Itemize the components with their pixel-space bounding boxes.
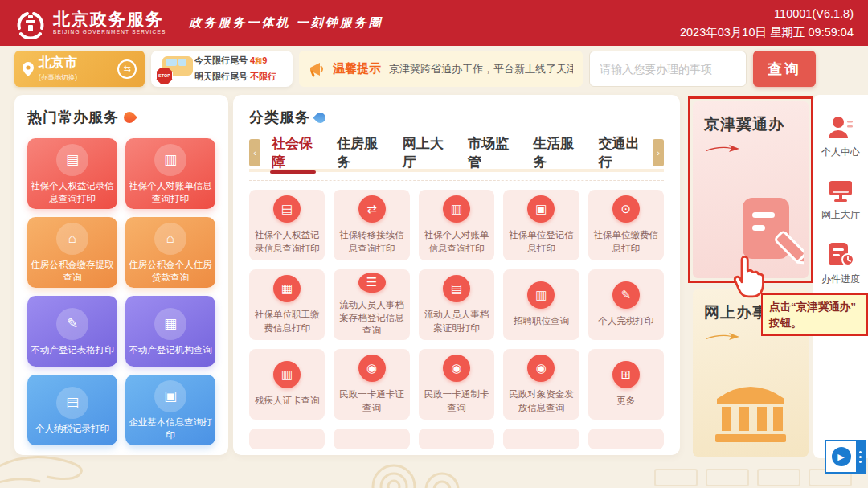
service-card[interactable]: ▤ 流动人员人事档案证明打印 [419, 269, 494, 340]
cropped-card [419, 429, 494, 449]
traffic-text: 今天限行尾号 4和9 明天限行尾号 不限行 [194, 53, 276, 85]
hot-tiles-grid: ▤ 社保个人权益记录信息查询打印 ▥ 社保个人对账单信息查询打印 ⌂ 住房公积金… [27, 138, 215, 445]
jingjinji-tongban-button[interactable]: 京津冀通办 [693, 101, 809, 278]
divider [178, 12, 178, 35]
bus-illustration-icon: STOP [156, 55, 194, 84]
hot-tile[interactable]: ▤ 社保个人权益记录信息查询打印 [27, 138, 117, 209]
today-number-2: 9 [262, 55, 267, 65]
archive-icon: ☰ [358, 273, 386, 293]
payroll-icon: ▦ [273, 275, 301, 302]
service-card[interactable]: ▥ 残疾人证卡查询 [249, 349, 325, 420]
location-pin-icon [23, 62, 34, 76]
progress-clock-icon [827, 241, 854, 267]
service-card[interactable]: ⊙ 社保单位缴费信息打印 [588, 190, 664, 260]
header-meta: 110001(V6.1.8) 2023年03月10日 星期五 09:59:04 [680, 5, 854, 41]
sidebar-item-progress[interactable]: 办件进度 [821, 241, 860, 286]
terminal-id: 110001(V6.1.8) [680, 5, 854, 23]
hand-cursor-icon [727, 254, 768, 299]
hot-services-title: 热门常办服务 [27, 108, 119, 127]
cropped-card [588, 429, 664, 449]
more-icon: ⊞ [612, 361, 640, 388]
tax-record-icon: ▤ [56, 387, 88, 419]
service-card[interactable]: ▥ 招聘职位查询 [503, 269, 579, 340]
location-city: 北京市 [39, 55, 77, 72]
hot-tile[interactable]: ⌂ 住房公积金缴存提取查询 [27, 217, 117, 288]
arrow-right-icon [704, 331, 739, 341]
hot-tile[interactable]: ▣ 企业基本信息查询打印 [125, 375, 215, 445]
megaphone-icon [309, 60, 326, 78]
tab-social-security[interactable]: 社会保障 [260, 135, 326, 170]
service-card[interactable]: ▣ 社保单位登记信息打印 [503, 190, 579, 260]
search-input[interactable] [589, 51, 747, 87]
traffic-tomorrow: 明天限行尾号 不限行 [194, 69, 276, 85]
hot-tile[interactable]: ▦ 不动产登记机构查询 [125, 296, 215, 367]
header-slogan: 政务服务一体机 一刻钟服务圈 [190, 15, 383, 31]
service-card[interactable]: ⇄ 社保转移接续信息查询打印 [334, 190, 409, 260]
services-grid: ▤ 社保个人权益记录信息查询打印 ⇄ 社保转移接续信息查询打印 ▥ 社保个人对账… [249, 190, 664, 449]
hot-tile[interactable]: ▥ 社保个人对账单信息查询打印 [125, 138, 215, 209]
brand-text: 北京政务服务 BEIJING GOVERNMENT SERVICES [53, 10, 166, 35]
service-card[interactable]: ☰ 流动人员人事档案存档登记信息查询 [334, 269, 409, 340]
cert-print-icon: ▤ [443, 275, 470, 302]
notice-label: 温馨提示 [333, 61, 381, 76]
top-header: 北京政务服务 BEIJING GOVERNMENT SERVICES 政务服务一… [0, 0, 868, 46]
jjj-title: 京津冀通办 [704, 114, 797, 135]
house-loan-icon: ⌂ [154, 223, 186, 255]
assistant-tab[interactable] [856, 441, 865, 472]
dashed-separator [249, 180, 664, 181]
service-card[interactable]: ◉ 民政对象资金发放信息查询 [503, 349, 579, 420]
more-services-card[interactable]: ⊞ 更多 [588, 349, 664, 420]
sidebar-item-online-hall[interactable]: 网上大厅 [821, 178, 860, 222]
card-make-icon: ◉ [443, 355, 470, 382]
kiosk-screen: 北京政务服务 BEIJING GOVERNMENT SERVICES 政务服务一… [0, 0, 868, 488]
city-outline-decoration [654, 469, 852, 486]
printer-icon: ▤ [56, 144, 88, 176]
cropped-card [334, 429, 409, 449]
notice-marquee: 温馨提示 京津冀跨省通办工作，平台新上线了天津社 [299, 51, 583, 87]
card-query-icon: ◉ [358, 355, 386, 382]
house-fund-icon: ⌂ [56, 223, 88, 255]
service-card[interactable]: ▦ 社保单位职工缴费信息打印 [249, 269, 325, 340]
statement-icon: ▥ [154, 144, 186, 176]
tab-market-regulation[interactable]: 市场监管 [457, 135, 522, 170]
tab-transport[interactable]: 交通出行 [588, 135, 653, 170]
brand-subtitle: BEIJING GOVERNMENT SERVICES [53, 30, 166, 35]
category-tabs: ‹ 社会保障 住房服务 网上大厅 市场监管 生活服务 交通出行 › [249, 137, 664, 172]
tab-online-hall[interactable]: 网上大厅 [391, 135, 457, 170]
hot-tile[interactable]: ▤ 个人纳税记录打印 [27, 375, 117, 445]
service-card[interactable]: ✎ 个人完税打印 [588, 269, 664, 340]
brand-title: 北京政务服务 [53, 10, 166, 27]
service-card[interactable]: ◉ 民政一卡通制卡查询 [419, 349, 494, 420]
tax-print-icon: ✎ [612, 281, 640, 309]
traffic-today: 今天限行尾号 4和9 [194, 53, 276, 69]
tab-life-services[interactable]: 生活服务 [522, 135, 587, 170]
cloud-pattern-decoration [346, 454, 506, 488]
annotation-tooltip: 点击“京津冀通办”按钮。 [761, 293, 868, 336]
switch-location-icon[interactable]: ⇆ [117, 59, 137, 79]
tabs-scroll-right-icon[interactable]: › [653, 139, 664, 166]
flame-icon [121, 109, 137, 125]
sidebar-item-personal-center[interactable]: 个人中心 [821, 116, 860, 159]
service-card[interactable]: ▤ 社保个人权益记录信息查询打印 [249, 190, 325, 260]
arrow-right-icon [704, 143, 739, 153]
gem-icon [313, 110, 327, 125]
service-card[interactable]: ▥ 社保个人对账单信息查询打印 [419, 190, 494, 260]
category-services-title: 分类服务 [249, 108, 310, 127]
hot-tile[interactable]: ✎ 不动产登记表格打印 [27, 296, 117, 367]
assistant-play-icon: ▶ [832, 447, 851, 466]
tabs-scroll-left-icon[interactable]: ‹ [249, 139, 260, 166]
service-card[interactable]: ◉ 民政一卡通卡证查询 [334, 349, 409, 420]
cropped-card [249, 429, 325, 449]
location-switcher[interactable]: 北京市 (办事地切换) ⇆ [14, 51, 145, 87]
hot-services-panel: 热门常办服务 ▤ 社保个人权益记录信息查询打印 ▥ 社保个人对账单信息查询打印 … [14, 95, 228, 455]
tab-housing[interactable]: 住房服务 [326, 135, 391, 170]
agency-search-icon: ▦ [154, 308, 186, 340]
datetime: 2023年03月10日 星期五 09:59:04 [680, 23, 854, 41]
assistant-widget[interactable]: ▶ [825, 440, 866, 474]
right-sidebar: 个人中心 网上大厅 办件进度 [813, 95, 868, 458]
query-button[interactable]: 查询 [753, 51, 816, 87]
disabled-card-icon: ▥ [273, 361, 301, 388]
transfer-icon: ⇄ [358, 195, 386, 223]
hot-tile[interactable]: ⌂ 住房公积金个人住房贷款查询 [125, 217, 215, 288]
form-print-icon: ✎ [56, 308, 88, 340]
